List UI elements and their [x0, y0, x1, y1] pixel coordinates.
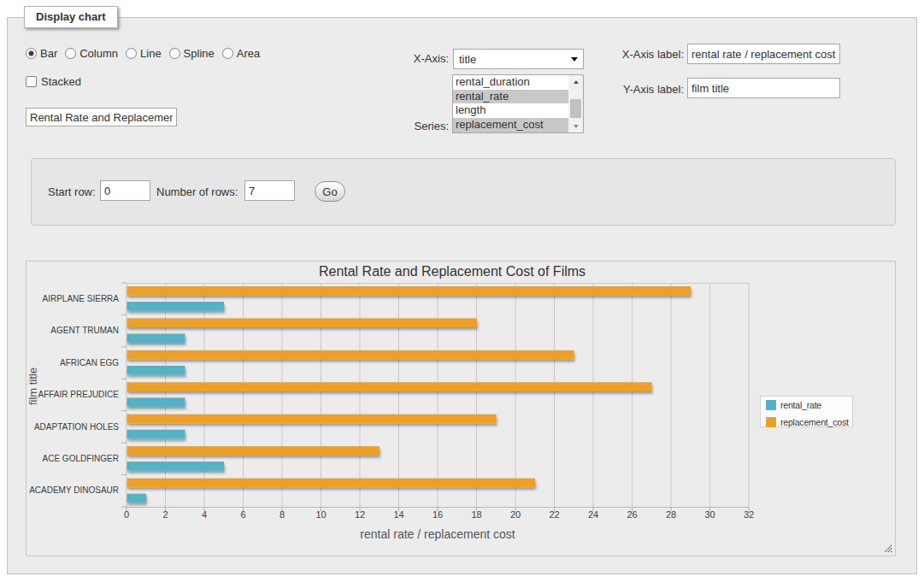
svg-text:2: 2	[162, 509, 168, 520]
stacked-checkbox-input[interactable]	[26, 76, 37, 87]
chart-container: 02468101214161820222426283032AIRPLANE SI…	[26, 261, 896, 556]
svg-text:ADAPTATION HOLES: ADAPTATION HOLES	[34, 422, 119, 432]
resize-handle-icon[interactable]	[884, 544, 892, 553]
svg-text:rental_rate: rental_rate	[780, 400, 821, 410]
svg-text:AFRICAN EGG: AFRICAN EGG	[60, 358, 119, 367]
num-rows-label: Number of rows:	[156, 185, 238, 198]
series-label: Series:	[368, 120, 449, 132]
series-listbox[interactable]: rental_durationrental_ratelengthreplacem…	[452, 74, 584, 133]
svg-text:rental rate / replacement cost: rental rate / replacement cost	[360, 527, 515, 541]
scrollbar-thumb[interactable]	[570, 99, 581, 118]
series-option-length[interactable]: length	[453, 103, 568, 118]
bar-chart: 02468101214161820222426283032AIRPLANE SI…	[26, 262, 895, 556]
num-rows-input[interactable]	[244, 180, 295, 201]
svg-text:20: 20	[510, 509, 521, 520]
x-axis-select[interactable]: title	[453, 49, 584, 69]
x-axis-label-label: X-Axis label:	[598, 48, 684, 61]
radio-area[interactable]: Area	[222, 47, 260, 60]
y-axis-label-label: Y-Axis label:	[598, 83, 684, 96]
svg-text:26: 26	[627, 509, 637, 520]
panel-title: Display chart	[24, 6, 118, 28]
stacked-label: Stacked	[41, 75, 81, 88]
svg-text:16: 16	[433, 509, 443, 520]
svg-text:6: 6	[240, 509, 245, 520]
x-axis-select-label: X-Axis:	[368, 52, 449, 65]
y-axis-label-input[interactable]	[687, 78, 840, 98]
series-options: rental_durationrental_ratelengthreplacem…	[453, 75, 568, 132]
svg-text:AIRPLANE SIERRA: AIRPLANE SIERRA	[43, 294, 120, 303]
radio-column[interactable]: Column	[65, 47, 118, 60]
go-button[interactable]: Go	[315, 181, 345, 202]
svg-text:replacement_cost: replacement_cost	[780, 417, 849, 427]
svg-text:film title: film title	[26, 367, 39, 405]
svg-text:14: 14	[393, 509, 403, 520]
svg-text:AGENT TRUMAN: AGENT TRUMAN	[50, 326, 119, 335]
series-option-rental_rate[interactable]: rental_rate	[453, 90, 568, 104]
start-row-label: Start row:	[48, 185, 96, 198]
chart-type-radios: BarColumnLineSplineArea	[26, 47, 268, 60]
svg-text:10: 10	[315, 509, 326, 520]
series-option-rental_duration[interactable]: rental_duration	[453, 75, 568, 90]
page: Display chart BarColumnLineSplineArea St…	[0, 0, 924, 582]
stacked-checkbox[interactable]: Stacked	[26, 75, 81, 88]
start-row-input[interactable]	[100, 180, 150, 201]
svg-text:18: 18	[471, 509, 481, 520]
svg-text:24: 24	[588, 509, 598, 520]
chevron-down-icon	[571, 57, 578, 62]
svg-text:ACE GOLDFINGER: ACE GOLDFINGER	[43, 454, 119, 463]
radio-line[interactable]: Line	[126, 47, 162, 60]
svg-text:22: 22	[549, 509, 559, 520]
svg-text:32: 32	[744, 509, 754, 520]
radio-bar[interactable]: Bar	[26, 47, 57, 60]
series-option-replacement_cost[interactable]: replacement_cost	[453, 118, 568, 132]
svg-text:30: 30	[704, 509, 715, 520]
svg-text:4: 4	[202, 509, 207, 520]
svg-text:ACADEMY DINOSAUR: ACADEMY DINOSAUR	[29, 485, 119, 495]
radio-spline[interactable]: Spline	[169, 47, 215, 60]
x-axis-select-value: title	[459, 53, 476, 66]
svg-text:8: 8	[280, 509, 285, 520]
series-scrollbar[interactable]	[568, 75, 583, 132]
svg-text:28: 28	[666, 509, 676, 520]
scroll-up-icon[interactable]	[568, 75, 583, 88]
svg-text:12: 12	[355, 509, 365, 520]
x-axis-label-input[interactable]	[687, 44, 840, 64]
svg-text:Rental Rate and Replacement Co: Rental Rate and Replacement Cost of Film…	[319, 264, 586, 279]
scroll-down-icon[interactable]	[568, 120, 583, 132]
chart-title-input[interactable]	[26, 108, 177, 126]
svg-text:0: 0	[124, 509, 129, 520]
svg-text:AFFAIR PREJUDICE: AFFAIR PREJUDICE	[38, 390, 120, 399]
